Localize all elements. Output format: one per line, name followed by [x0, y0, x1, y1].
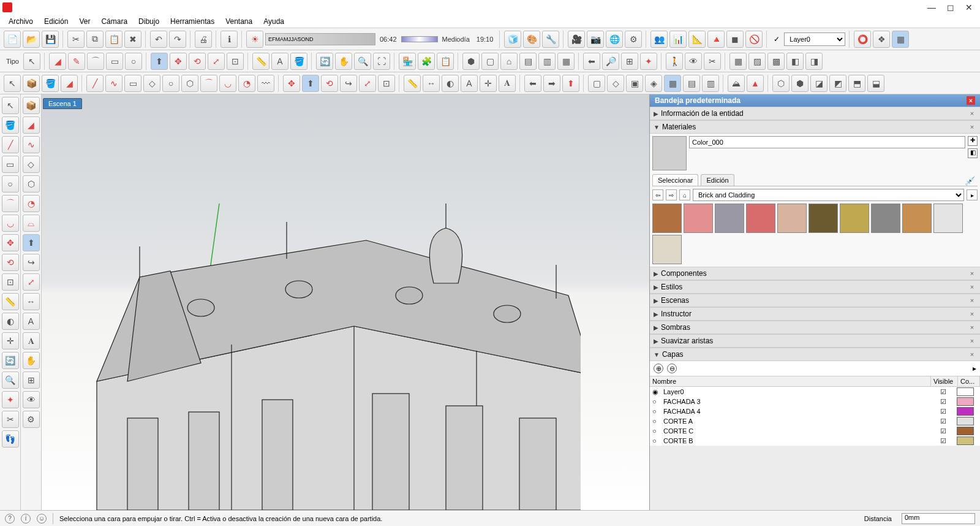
- help-icon[interactable]: ?: [5, 514, 15, 524]
- style-shaded-icon[interactable]: ◧: [786, 53, 804, 70]
- redo-button[interactable]: ↷: [169, 31, 186, 48]
- camera-window-button[interactable]: ⊞: [621, 53, 638, 70]
- panel-close-icon[interactable]: ×: [968, 350, 976, 359]
- style-hidden-icon[interactable]: ▩: [767, 53, 785, 70]
- view-iso-button[interactable]: ⬢: [462, 53, 480, 70]
- pushpull2-tool[interactable]: ⬆: [302, 75, 319, 92]
- zoom-tool[interactable]: 🔍: [354, 53, 371, 70]
- vt2-polygon[interactable]: ⬡: [23, 175, 40, 192]
- solid-6[interactable]: ⬓: [867, 75, 884, 92]
- layer-row[interactable]: ○ CORTE C ☑: [650, 426, 980, 436]
- plugin-button-13[interactable]: 🚫: [745, 31, 763, 48]
- solid-5[interactable]: ⬒: [848, 75, 865, 92]
- walk-button[interactable]: 🚶: [666, 53, 683, 70]
- layer-row[interactable]: ○ CORTE B ☑: [650, 436, 980, 446]
- vt2-extra[interactable]: ⚙: [23, 411, 40, 428]
- solid-4[interactable]: ◩: [829, 75, 846, 92]
- vt-zoom[interactable]: 🔍: [2, 372, 19, 389]
- delete-button[interactable]: ✖: [124, 31, 141, 48]
- scale2-tool[interactable]: ⤢: [359, 75, 376, 92]
- nav-up-button[interactable]: ⬆: [562, 75, 579, 92]
- panel-scenes[interactable]: ▶Escenas×: [650, 294, 980, 307]
- dimension-tool[interactable]: ↔: [423, 75, 440, 92]
- vt2-text[interactable]: A: [23, 313, 40, 330]
- tape-tool[interactable]: 📏: [252, 53, 270, 70]
- plugin-button-12[interactable]: ◼: [726, 31, 744, 48]
- vt-arc2[interactable]: ◡: [2, 215, 19, 232]
- layout-button[interactable]: 📋: [437, 53, 454, 70]
- vt-offset[interactable]: ⊡: [2, 273, 19, 291]
- orbit-tool[interactable]: 🔄: [316, 53, 333, 70]
- vt2-3dtext[interactable]: 𝐀: [23, 332, 40, 349]
- face-style-2[interactable]: ◇: [607, 75, 624, 92]
- plugin-button-9[interactable]: 📊: [669, 31, 687, 48]
- vt-line[interactable]: ╱: [2, 136, 19, 153]
- menu-edición[interactable]: Edición: [39, 16, 73, 27]
- layer-row[interactable]: ○ FACHADA 3 ☑: [650, 397, 980, 406]
- vt2-pie[interactable]: ◔: [23, 195, 40, 212]
- circle2-tool[interactable]: ○: [162, 75, 179, 92]
- face-style-1[interactable]: ▢: [588, 75, 605, 92]
- section-button[interactable]: ✂: [704, 53, 721, 70]
- mat-back-button[interactable]: ⇦: [652, 189, 663, 200]
- vt2-followme[interactable]: ↪: [23, 254, 40, 271]
- mat-fwd-button[interactable]: ⇨: [666, 189, 677, 200]
- cut-button[interactable]: ✂: [67, 31, 85, 48]
- rect2-tool[interactable]: ▭: [124, 75, 141, 92]
- panel-close-icon[interactable]: ×: [968, 323, 976, 332]
- menu-herramientas[interactable]: Herramientas: [165, 16, 219, 27]
- add-layer-button[interactable]: ⊕: [654, 364, 663, 373]
- time-slider[interactable]: [401, 36, 438, 42]
- view-right-button[interactable]: ▤: [519, 53, 537, 70]
- vt-circle[interactable]: ○: [2, 175, 19, 192]
- plugin-button-11[interactable]: 🔺: [707, 31, 725, 48]
- style-wire-icon[interactable]: ▨: [748, 53, 766, 70]
- default-material-icon[interactable]: ◧: [968, 148, 978, 158]
- 3dtext-tool[interactable]: 𝐀: [499, 75, 516, 92]
- materials-tab-edit[interactable]: Edición: [701, 174, 734, 186]
- followme-tool[interactable]: ↪: [340, 75, 357, 92]
- shadow-toggle-button[interactable]: ☀: [246, 31, 263, 48]
- minimize-button[interactable]: —: [927, 2, 936, 12]
- create-material-icon[interactable]: ✚: [968, 136, 978, 146]
- circle-tool[interactable]: ○: [125, 53, 142, 70]
- print-button[interactable]: 🖨: [195, 31, 212, 48]
- vt-rect[interactable]: ▭: [2, 156, 19, 173]
- move2-tool[interactable]: ✥: [283, 75, 300, 92]
- open-file-button[interactable]: 📂: [23, 31, 40, 48]
- vt2-look[interactable]: 👁: [23, 391, 40, 408]
- vt-move[interactable]: ✥: [2, 234, 19, 251]
- nav-fwd-button[interactable]: ➡: [543, 75, 560, 92]
- material-swatch[interactable]: [746, 204, 775, 233]
- plugin-button-7[interactable]: ⚙: [625, 31, 642, 48]
- style-xray-icon[interactable]: ▦: [729, 53, 747, 70]
- view-front-button[interactable]: ⌂: [500, 53, 518, 70]
- material-library-select[interactable]: Brick and Cladding: [693, 189, 964, 201]
- vt2-zoomwin[interactable]: ⊞: [23, 372, 40, 389]
- camera-position-button[interactable]: ✦: [640, 53, 657, 70]
- vt2-eraser[interactable]: ◢: [23, 116, 40, 134]
- text-tool[interactable]: A: [271, 53, 288, 70]
- camera-prev-button[interactable]: ⬅: [583, 53, 600, 70]
- menu-ventana[interactable]: Ventana: [221, 16, 257, 27]
- vt-position[interactable]: ✦: [2, 391, 19, 408]
- material-swatch[interactable]: [840, 204, 869, 233]
- plugin-button-10[interactable]: 📐: [688, 31, 706, 48]
- pan-tool[interactable]: ✋: [335, 53, 352, 70]
- material-name-input[interactable]: [689, 136, 965, 148]
- panel-soften[interactable]: ▶Suavizar aristas×: [650, 334, 980, 348]
- layer-row[interactable]: ○ CORTE A ☑: [650, 416, 980, 426]
- layers-menu-button[interactable]: ▸: [973, 364, 976, 373]
- panel-close-icon[interactable]: ×: [968, 109, 976, 118]
- vt-rotate[interactable]: ⟲: [2, 254, 19, 271]
- layer-row[interactable]: ◉ Layer0 ☑: [650, 387, 980, 397]
- vt-axes[interactable]: ✛: [2, 332, 19, 349]
- arc3-tool[interactable]: ◡: [219, 75, 236, 92]
- tape2-tool[interactable]: 📏: [404, 75, 421, 92]
- new-file-button[interactable]: 📄: [4, 31, 21, 48]
- solid-2[interactable]: ⬢: [791, 75, 809, 92]
- panel-instructor[interactable]: ▶Instructor×: [650, 307, 980, 321]
- panel-close-icon[interactable]: ×: [968, 283, 976, 291]
- info-icon[interactable]: i: [21, 514, 31, 524]
- vt2-freehand[interactable]: ∿: [23, 136, 40, 153]
